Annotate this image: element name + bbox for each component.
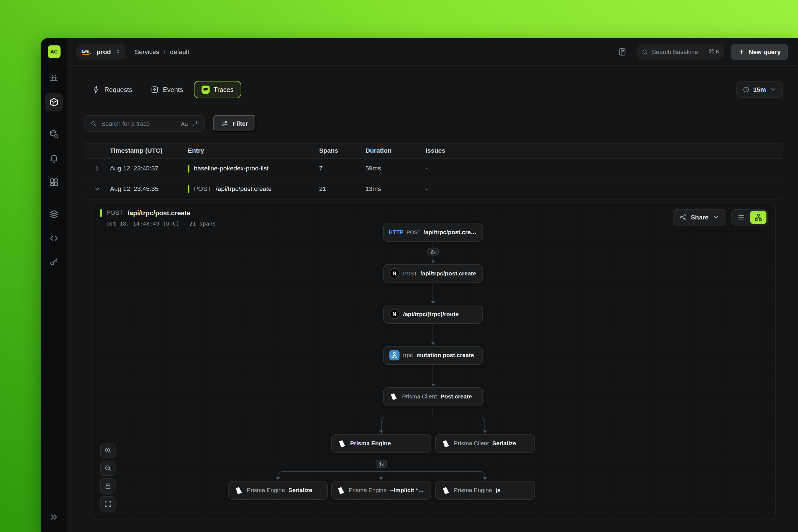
trace-node-http-root[interactable]: HTTP POST /api/trpc/post.create [383,223,483,242]
new-query-button[interactable]: New query [731,43,788,60]
case-sensitive-toggle[interactable]: Aa [181,120,188,126]
col-issues: Issues [425,147,783,155]
bug-icon [49,73,59,83]
col-timestamp: Timestamp (UTC) [110,147,188,155]
trpc-icon [389,350,400,360]
global-search-input[interactable] [652,48,705,55]
lock-view-button[interactable] [100,478,116,493]
share-button[interactable]: Share [673,209,726,226]
list-view-button[interactable] [733,211,749,224]
edge-arrow [276,477,280,480]
node-prefix: Prisma Engine [247,487,285,493]
regex-icon[interactable] [192,120,199,127]
node-method: POST [407,229,421,235]
edge-arrow [379,431,383,433]
time-range-selector[interactable]: 15m [737,81,783,98]
sidebar-item-dashboards[interactable] [45,173,63,191]
zoom-in-button[interactable] [100,443,116,458]
trace-node-trpc-mutation[interactable]: trpc mutation post.create [383,346,483,365]
graph-view-button[interactable] [750,211,766,224]
tab-requests[interactable]: Requests [84,81,140,98]
sidebar-item-code[interactable] [45,229,63,247]
prisma-icon [234,486,243,495]
bell-icon [49,153,59,164]
sidebar-item-services[interactable] [45,93,63,111]
trace-accent-bar [188,185,190,193]
row-spans: 21 [319,185,365,193]
fullscreen-button[interactable] [100,496,116,512]
sidebar-expand-button[interactable] [45,508,63,526]
view-toggle [731,209,768,226]
content: Requests Events Traces [67,66,798,532]
row-timestamp: Aug 12, 23:45:35 [110,185,188,193]
row-duration: 59ms [365,165,425,172]
zoom-controls [100,443,116,512]
edge-elbow [381,471,485,481]
edge-arrow [431,384,435,386]
breadcrumb-services[interactable]: Services [135,48,159,55]
sidebar-item-layers[interactable] [45,205,63,223]
col-spans: Spans [319,147,365,155]
node-prefix: Prisma Engine [454,487,492,493]
breadcrumb: Services / default [135,48,189,55]
layers-icon [49,209,59,220]
global-search[interactable]: ⌘ K [636,44,724,59]
sidebar-item-keys[interactable] [45,253,63,271]
collapse-chevron-down-icon[interactable] [84,185,110,193]
docs-button[interactable] [614,44,630,59]
chevrons-right-icon [49,512,59,522]
tab-events-label: Events [163,86,183,93]
node-label: Serialize [492,440,516,446]
node-label: Serialize [288,487,312,493]
traces-list-icon [202,86,209,94]
filter-button[interactable]: Filter [213,115,256,132]
search-icon [90,120,97,127]
trace-node-prisma-engine-implicit[interactable]: Prisma Engine --Implicit *C... [331,481,431,499]
trace-node-prisma-client-serialize[interactable]: Prisma Client Serialize [435,434,535,453]
trace-search[interactable]: Aa [84,115,205,132]
tab-traces-label: Traces [214,86,233,93]
dashboard-icon [49,177,59,187]
trace-node-prisma-post-create[interactable]: Prisma Client Post.create [383,387,483,406]
sidebar-item-queries[interactable] [45,125,63,144]
edge-multiplier-badge: 2x [428,248,439,255]
edge [433,283,433,302]
trace-node-prisma-engine[interactable]: Prisma Engine [331,434,431,453]
breadcrumb-default[interactable]: default [170,48,189,55]
trace-flow-canvas[interactable]: 2x [92,203,775,520]
trace-path: /api/trpc/post.create [128,209,190,217]
tab-events[interactable]: Events [143,81,191,98]
sidebar-item-debug[interactable] [45,69,63,88]
avatar[interactable]: AC [48,45,60,58]
edge-arrow [431,342,435,345]
traces-table: Timestamp (UTC) Entry Spans Duration Iss… [84,143,783,532]
http-icon: HTTP [389,229,403,235]
list-icon [737,213,745,221]
zoom-out-button[interactable] [100,460,116,476]
zoom-in-icon [104,446,112,454]
trace-search-input[interactable] [101,120,177,127]
trace-node-next-route[interactable]: /api/trpc/[trpc]/route [383,305,483,324]
tab-traces[interactable]: Traces [194,81,241,98]
edge-elbow [278,471,381,481]
environment-selector[interactable]: aws prod [76,44,126,59]
table-row[interactable]: Aug 12, 23:45:37 baseline-pokedex-prod-l… [84,159,783,179]
trace-node-next-post[interactable]: POST /api/trpc/post.create [383,264,483,283]
sparkle-square-icon [151,86,159,94]
main-area: aws prod Services / default [67,38,798,532]
table-row[interactable]: Aug 12, 23:45:35 POST /api/trpc/post.cre… [84,179,783,199]
trace-node-prisma-engine-js[interactable]: Prisma Engine js [435,481,535,499]
chevron-down-icon [770,86,777,93]
trace-accent-bar [100,209,102,217]
sidebar-item-alerts[interactable] [45,149,63,167]
trace-node-prisma-engine-serialize[interactable]: Prisma Engine Serialize [228,481,328,499]
breadcrumb-separator: / [164,48,166,55]
svg-text:aws: aws [81,49,89,53]
node-label: Post.create [440,394,472,400]
nextjs-icon [389,309,400,320]
row-spans: 7 [319,165,365,172]
environment-name: prod [97,48,111,55]
col-entry: Entry [188,147,319,155]
node-label: js [496,487,501,493]
expand-chevron-right-icon[interactable] [84,165,110,172]
